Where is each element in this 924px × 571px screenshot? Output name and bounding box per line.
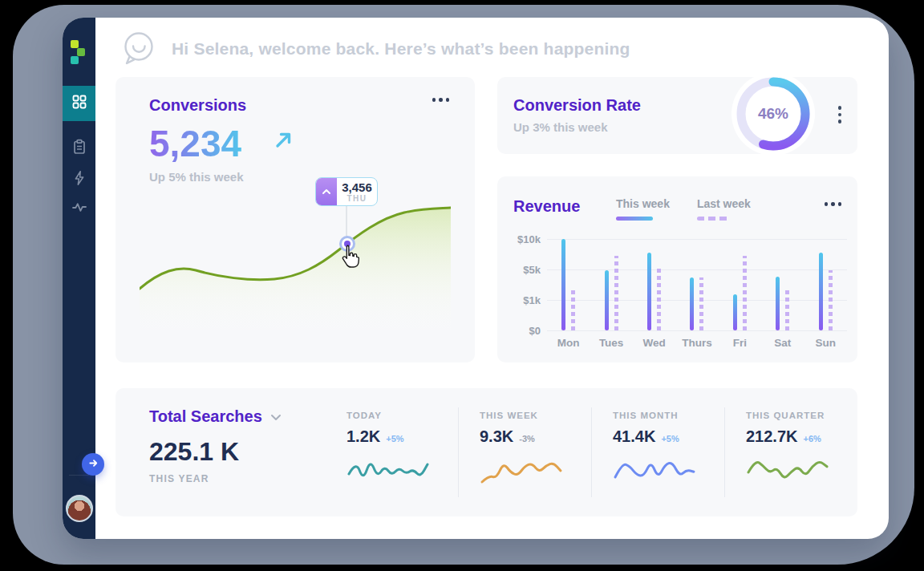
revenue-bar-group xyxy=(719,239,761,330)
logo-square-1 xyxy=(71,40,79,48)
tooltip-value: 3,456 xyxy=(342,181,372,194)
bar-this-week xyxy=(605,270,609,330)
conversions-subtitle: Up 5% this week xyxy=(149,170,244,184)
x-axis-day-label: Mon xyxy=(547,337,590,349)
tooltip-pointer-line xyxy=(346,206,347,237)
bar-this-week xyxy=(776,277,780,330)
total-searches-card: Total Searches 225.1 K THIS YEAR TODAY 1… xyxy=(116,388,857,516)
backdrop-frame: Hi Selena, welcome back. Here’s what’s b… xyxy=(13,5,914,565)
revenue-bar-group xyxy=(633,239,675,330)
bar-last-week xyxy=(829,270,833,330)
total-searches-title: Total Searches xyxy=(149,407,262,426)
stat-label: TODAY xyxy=(346,411,458,420)
sidebar-item-boost[interactable] xyxy=(63,164,95,196)
conversion-rate-subtitle: Up 3% this week xyxy=(513,120,608,134)
x-axis-day-label: Wed xyxy=(633,337,675,349)
sidebar-item-activity[interactable] xyxy=(63,192,95,225)
x-axis-day-label: Fri xyxy=(719,337,761,349)
stat-value: 9.3K xyxy=(480,427,513,446)
chevron-down-icon xyxy=(270,410,282,424)
stat-value: 41.4K xyxy=(613,427,655,446)
sidebar-item-dashboard[interactable] xyxy=(63,86,95,121)
total-searches-dropdown[interactable]: Total Searches xyxy=(149,407,326,426)
conversions-title: Conversions xyxy=(149,96,246,115)
app-logo[interactable] xyxy=(71,40,88,64)
logo-square-3 xyxy=(71,56,79,64)
conversion-rate-menu-button[interactable] xyxy=(835,103,845,127)
conversions-card: Conversions 5,234 Up 5% this week xyxy=(116,77,475,362)
area-fill xyxy=(140,208,451,338)
bar-last-week xyxy=(657,269,661,330)
bar-this-week xyxy=(819,253,823,330)
stat-label: THIS QUARTER xyxy=(746,411,857,420)
chart-tooltip: 3,456 THU xyxy=(315,177,378,206)
conversion-rate-donut[interactable]: 46% xyxy=(732,72,815,156)
total-searches-summary: Total Searches 225.1 K THIS YEAR xyxy=(116,407,326,497)
revenue-legend: This week Last week xyxy=(616,197,751,221)
revenue-menu-button[interactable] xyxy=(821,199,845,209)
y-axis-tick-label: $10k xyxy=(510,233,541,245)
x-axis-day-label: Sat xyxy=(761,337,804,349)
sparkline-today xyxy=(346,451,430,488)
stat-this-month: THIS MONTH 41.4K +5% xyxy=(591,407,724,497)
grid-icon xyxy=(71,94,87,113)
legend-last-week[interactable]: Last week xyxy=(697,197,751,221)
revenue-card: Revenue This week Last week $10k$5k$1k$0… xyxy=(497,176,857,362)
tooltip-day: THU xyxy=(346,194,367,203)
stat-today: TODAY 1.2K +5% xyxy=(326,407,458,497)
bar-last-week xyxy=(571,289,575,330)
total-searches-period: THIS YEAR xyxy=(149,473,326,484)
conversions-menu-button[interactable] xyxy=(429,95,453,105)
clipboard-icon xyxy=(71,139,87,158)
stat-delta-2: +5% xyxy=(661,434,679,443)
bar-this-week xyxy=(690,277,694,330)
legend-this-week-label: This week xyxy=(616,197,670,210)
tooltip-accent xyxy=(316,178,337,205)
bar-last-week xyxy=(743,256,747,330)
x-axis-day-label: Thurs xyxy=(675,337,718,349)
conversions-value: 5,234 xyxy=(149,122,241,165)
chevron-up-icon xyxy=(322,188,331,195)
hand-cursor-icon xyxy=(338,245,359,272)
arrow-right-icon xyxy=(87,457,99,472)
revenue-title: Revenue xyxy=(513,197,580,216)
revenue-bar-group xyxy=(675,239,718,330)
app-window: Hi Selena, welcome back. Here’s what’s b… xyxy=(63,18,889,539)
avatar[interactable] xyxy=(66,495,93,522)
revenue-bar-group xyxy=(547,239,590,330)
conversion-rate-card: Conversion Rate Up 3% this week 46% xyxy=(497,77,857,154)
sparkline-this-week xyxy=(480,451,563,488)
smiley-bubble-icon xyxy=(119,30,157,71)
legend-dashed-swatch xyxy=(697,217,729,221)
stat-delta-1: -3% xyxy=(519,434,535,443)
stat-delta-3: +6% xyxy=(804,434,821,443)
stat-value: 212.7K xyxy=(746,427,798,446)
total-searches-value: 225.1 K xyxy=(149,437,326,467)
bar-this-week xyxy=(561,239,565,330)
revenue-bar-chart[interactable]: $10k$5k$1k$0 MonTuesWedThursFriSatSun xyxy=(510,228,847,351)
logo-square-2 xyxy=(77,48,85,56)
sidebar-divider xyxy=(69,475,89,476)
sidebar-expand-button[interactable] xyxy=(82,453,104,476)
stat-delta-0: +5% xyxy=(386,434,403,443)
y-axis-tick-label: $1k xyxy=(510,294,541,306)
stat-this-quarter: THIS QUARTER 212.7K +6% xyxy=(724,407,857,497)
page-greeting: Hi Selena, welcome back. Here’s what’s b… xyxy=(172,39,630,59)
x-axis-day-label: Sun xyxy=(804,337,847,349)
conversion-rate-title: Conversion Rate xyxy=(513,96,641,115)
legend-last-week-label: Last week xyxy=(697,197,751,210)
trend-up-arrow-icon xyxy=(274,130,294,152)
conversions-area-chart[interactable] xyxy=(140,205,451,338)
stat-label: THIS MONTH xyxy=(613,411,724,420)
revenue-bar-group xyxy=(590,239,632,330)
y-axis-tick-label: $0 xyxy=(510,325,541,337)
x-axis-day-label: Tues xyxy=(590,337,632,349)
bar-last-week xyxy=(699,277,703,330)
stat-value: 1.2K xyxy=(346,427,380,446)
bar-this-week xyxy=(733,294,737,330)
stat-this-week: THIS WEEK 9.3K -3% xyxy=(458,407,591,497)
lightning-icon xyxy=(71,170,87,189)
legend-this-week[interactable]: This week xyxy=(616,197,670,221)
sidebar-item-reports[interactable] xyxy=(63,132,95,164)
sparkline-this-month xyxy=(613,451,696,488)
